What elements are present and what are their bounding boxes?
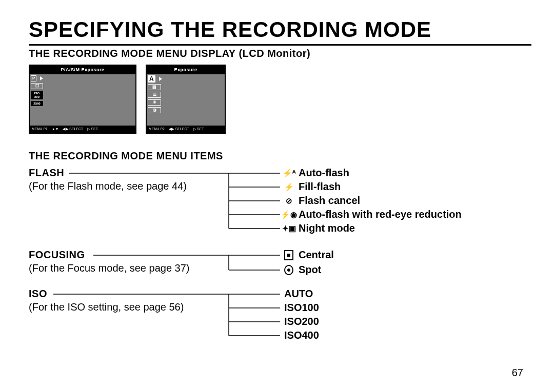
flash-night-icon: ✦▣	[284, 224, 293, 233]
chevron-right-icon	[40, 76, 43, 80]
lcd-screen-1: P/A/S/M Exposure P ☐ ISO 200 2560 MENU P…	[29, 65, 136, 134]
iso-option-400: ISO400	[284, 329, 319, 341]
iso-option-200: ISO200	[284, 316, 319, 327]
lcd2-icon-a: A	[148, 75, 155, 82]
flash-redeye-label: Auto-flash with red-eye reduction	[299, 209, 462, 220]
spot-focus-icon	[284, 265, 293, 275]
lcd1-icon-p: P	[31, 75, 36, 81]
lcd1-menu-page: MENU P1	[32, 126, 48, 133]
page-number: 67	[512, 367, 523, 379]
lcd2-icon-stripes: ☰	[148, 92, 161, 98]
flash-fill-label: Fill-flash	[299, 181, 341, 193]
page-title: SPECIFYING THE RECORDING MODE	[29, 17, 531, 42]
iso-100-label: ISO100	[284, 302, 319, 314]
iso-note: (For the ISO setting, see page 56)	[29, 301, 184, 313]
set-label: ▷ SET	[193, 126, 204, 133]
flash-fill-icon: ⚡	[284, 182, 293, 192]
flash-option-auto: ⚡ᴬAuto-flash	[284, 167, 349, 179]
focus-central-label: Central	[299, 249, 334, 261]
iso-auto-label: AUTO	[284, 288, 313, 300]
leftright-select: ◀▶ SELECT	[169, 126, 189, 133]
lcd1-bottom: MENU P1 ▲▼ ◀▶ SELECT ▷ SET	[30, 126, 135, 133]
lcd2-menu-page: MENU P2	[149, 126, 165, 133]
iso-option-100: ISO100	[284, 302, 319, 314]
iso-header: ISO	[29, 288, 47, 300]
focusing-header: FOCUSING	[29, 249, 85, 261]
flash-option-fill: ⚡Fill-flash	[284, 181, 341, 193]
section-items-heading: THE RECORDING MODE MENU ITEMS	[29, 150, 531, 162]
lcd1-icon-size: 2560	[31, 101, 43, 106]
lcd2-icon-brightness: ☀	[148, 99, 161, 106]
flash-cancel-label: Flash cancel	[299, 195, 360, 207]
iso-400-label: ISO400	[284, 329, 319, 341]
chevron-right-icon	[159, 77, 162, 81]
flash-auto-label: Auto-flash	[299, 167, 349, 179]
flash-night-label: Night mode	[299, 222, 355, 234]
focus-option-spot: Spot	[284, 264, 321, 276]
lcd2-bottom: MENU P2 ◀▶ SELECT ▷ SET	[147, 126, 225, 133]
lcd2-icon-pattern: ▨	[148, 84, 161, 90]
title-rule	[29, 44, 531, 46]
lcd2-title: Exposure	[147, 66, 225, 74]
iso-option-auto: AUTO	[284, 288, 313, 300]
focus-option-central: Central	[284, 249, 334, 261]
lcd2-icon-contrast: ◑	[148, 107, 161, 113]
flash-header: FLASH	[29, 167, 64, 179]
lcd-screen-2: Exposure A ▨ ☰ ☀ ◑ MENU P2 ◀▶ SELECT ▷ S…	[146, 65, 226, 134]
flash-auto-icon: ⚡ᴬ	[284, 169, 293, 178]
flash-option-redeye: ⚡◉Auto-flash with red-eye reduction	[284, 209, 462, 220]
lcd1-icon-iso: ISO 200	[31, 91, 43, 99]
flash-cancel-icon: ⊘	[284, 196, 293, 205]
menu-items-canvas: FLASH (For the Flash mode, see page 44) …	[29, 167, 531, 372]
lcd1-title: P/A/S/M Exposure	[30, 66, 135, 74]
flash-option-night: ✦▣Night mode	[284, 222, 355, 234]
set-label: ▷ SET	[87, 126, 98, 133]
flash-note: (For the Flash mode, see page 44)	[29, 180, 187, 192]
focus-spot-label: Spot	[299, 264, 321, 276]
updown-icon: ▲▼	[52, 126, 58, 133]
iso-200-label: ISO200	[284, 316, 319, 327]
lcd1-body: P ☐ ISO 200 2560	[30, 74, 135, 126]
lcd-row: P/A/S/M Exposure P ☐ ISO 200 2560 MENU P…	[29, 65, 531, 134]
lcd2-side: A ▨ ☰ ☀ ◑	[148, 75, 161, 113]
lcd2-body: A ▨ ☰ ☀ ◑	[147, 74, 225, 126]
lcd1-side: P ☐ ISO 200 2560	[31, 75, 43, 106]
focusing-note: (For the Focus mode, see page 37)	[29, 262, 190, 274]
central-focus-icon	[284, 250, 293, 260]
leftright-select: ◀▶ SELECT	[63, 126, 83, 133]
manual-page: SPECIFYING THE RECORDING MODE THE RECORD…	[0, 0, 554, 392]
flash-redeye-icon: ⚡◉	[284, 210, 293, 219]
section-display-heading: THE RECORDING MODE MENU DISPLAY (LCD Mon…	[29, 48, 531, 59]
lcd1-icon-focus: ☐	[31, 83, 43, 89]
flash-option-cancel: ⊘Flash cancel	[284, 195, 360, 207]
